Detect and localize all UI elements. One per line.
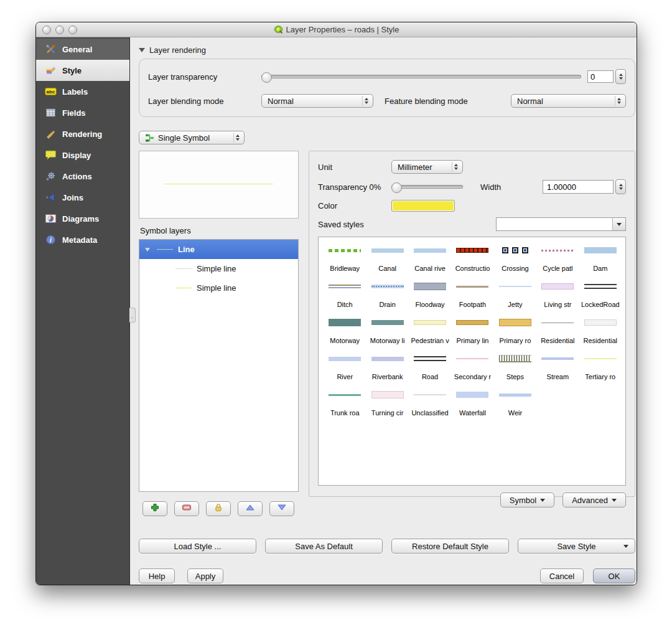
layer-transparency-value[interactable]: 0: [587, 70, 614, 83]
saved-style-item[interactable]: Turning cir: [366, 390, 408, 418]
style-label: Unclassified: [411, 409, 448, 417]
saved-style-item[interactable]: Living str: [536, 282, 579, 309]
sidebar-item-label: Fields: [62, 108, 86, 118]
layer-blending-select[interactable]: Normal: [261, 94, 373, 108]
sidebar-item-actions[interactable]: Actions: [36, 166, 129, 187]
saved-style-item[interactable]: Weir: [494, 390, 536, 418]
saved-style-item[interactable]: Residential: [579, 318, 622, 346]
save-style-button[interactable]: Save Style: [518, 539, 635, 554]
saved-style-item[interactable]: Primary ro: [494, 318, 536, 346]
sidebar-collapse-handle[interactable]: ‸: [129, 308, 136, 323]
cancel-button[interactable]: Cancel: [540, 568, 584, 583]
saved-style-item[interactable]: Cycle patl: [536, 246, 579, 273]
ok-button[interactable]: OK: [593, 568, 635, 583]
style-swatch: [414, 318, 446, 327]
saved-style-item[interactable]: Motorway: [324, 318, 366, 346]
saved-style-item[interactable]: Canal rive: [409, 246, 451, 273]
style-label: LockedRoad: [581, 301, 620, 308]
style-label: Trunk roa: [330, 409, 360, 417]
sidebar-item-rendering[interactable]: Rendering: [36, 123, 129, 144]
saved-style-item[interactable]: Bridleway: [324, 246, 366, 273]
move-down-layer-button[interactable]: [269, 501, 294, 516]
slider-thumb[interactable]: [391, 182, 402, 193]
fields-icon: [44, 107, 57, 118]
layer-rendering-header[interactable]: Layer rendering: [139, 45, 635, 55]
saved-style-item[interactable]: Pedestrian v: [409, 318, 451, 346]
saved-style-item[interactable]: Drain: [366, 282, 408, 309]
saved-style-item[interactable]: Constructio: [451, 246, 493, 273]
saved-style-item[interactable]: Trunk roa: [324, 390, 366, 418]
symbol-layer-row[interactable]: Line: [139, 240, 298, 259]
saved-style-item[interactable]: Canal: [366, 246, 408, 273]
zoom-button[interactable]: [68, 26, 77, 34]
saved-style-item[interactable]: Road: [409, 354, 451, 382]
style-swatch: [371, 354, 404, 363]
style-swatch: [499, 354, 531, 363]
saved-style-item[interactable]: Riverbank: [366, 354, 408, 382]
sidebar-item-joins[interactable]: Joins: [36, 187, 129, 208]
saved-style-item[interactable]: Dam: [579, 246, 622, 273]
saved-style-item[interactable]: Jetty: [494, 282, 536, 309]
lock-layer-button[interactable]: [206, 501, 231, 516]
width-stepper[interactable]: [615, 179, 626, 194]
sidebar-item-display[interactable]: Display: [36, 144, 129, 166]
saved-style-item[interactable]: Primary lin: [451, 318, 493, 346]
symbol-transparency-slider[interactable]: [391, 182, 463, 192]
saved-style-item[interactable]: Steps: [494, 354, 536, 382]
help-button[interactable]: Help: [139, 568, 175, 583]
saved-style-item[interactable]: River: [324, 354, 366, 382]
saved-style-item[interactable]: Unclassified: [409, 390, 451, 418]
sidebar-item-metadata[interactable]: iMetadata: [36, 229, 129, 250]
saved-style-item[interactable]: Ditch: [324, 282, 366, 309]
layer-transparency-slider[interactable]: [261, 72, 581, 82]
popup-arrows-icon: [452, 162, 460, 172]
labels-icon: abc: [44, 86, 57, 97]
style-label: River: [337, 373, 353, 380]
symbol-menu-button[interactable]: Symbol: [500, 493, 554, 507]
slider-track: [261, 75, 581, 78]
slider-thumb[interactable]: [261, 72, 272, 83]
minimize-button[interactable]: [55, 26, 64, 34]
style-swatch: [541, 246, 574, 255]
style-label: Canal: [378, 265, 396, 272]
advanced-menu-button[interactable]: Advanced: [562, 493, 626, 507]
symbol-layer-row[interactable]: Simple line: [139, 259, 298, 278]
saved-styles-combo[interactable]: [496, 217, 626, 231]
save-as-default-button[interactable]: Save As Default: [265, 539, 383, 554]
width-value[interactable]: 1.00000: [543, 180, 614, 194]
combo-dropdown-button[interactable]: [612, 218, 625, 230]
saved-style-item[interactable]: Footpath: [451, 282, 493, 309]
load-style-button[interactable]: Load Style ...: [139, 539, 256, 554]
saved-style-item[interactable]: Secondary r: [451, 354, 493, 382]
color-picker-button[interactable]: [391, 200, 455, 212]
sidebar-item-fields[interactable]: Fields: [36, 102, 129, 123]
layer-transparency-stepper[interactable]: [615, 69, 626, 84]
move-up-layer-button[interactable]: [238, 501, 263, 516]
saved-style-item[interactable]: Tertiary ro: [579, 354, 622, 382]
sidebar-item-labels[interactable]: abcLabels: [36, 81, 129, 102]
restore-default-style-button[interactable]: Restore Default Style: [391, 539, 509, 554]
symbol-type-select[interactable]: Single Symbol: [139, 131, 245, 144]
saved-style-item[interactable]: Residential: [536, 318, 579, 346]
width-label: Width: [480, 182, 543, 192]
saved-style-item[interactable]: Crossing: [494, 246, 536, 273]
saved-style-item[interactable]: Stream: [536, 354, 579, 382]
disclosure-triangle-icon[interactable]: [143, 248, 152, 252]
style-swatch: [329, 282, 361, 291]
saved-style-item[interactable]: Motorway li: [366, 318, 408, 346]
saved-style-item[interactable]: Waterfall: [451, 390, 493, 418]
sidebar-item-style[interactable]: Style: [36, 60, 129, 81]
apply-button[interactable]: Apply: [187, 568, 223, 583]
feature-blending-select[interactable]: Normal: [511, 94, 626, 108]
sidebar-item-diagrams[interactable]: Diagrams: [36, 208, 129, 229]
saved-style-item[interactable]: LockedRoad: [579, 282, 622, 309]
close-button[interactable]: [42, 26, 51, 34]
saved-style-item[interactable]: Floodway: [409, 282, 451, 309]
unit-select[interactable]: Millimeter: [391, 160, 463, 174]
symbol-menu-label: Symbol: [510, 496, 536, 505]
remove-layer-button[interactable]: [174, 501, 199, 516]
sidebar-item-label: Diagrams: [62, 214, 99, 224]
symbol-layer-row[interactable]: Simple line: [139, 278, 298, 298]
sidebar-item-general[interactable]: General: [36, 39, 129, 60]
add-layer-button[interactable]: [142, 501, 167, 516]
